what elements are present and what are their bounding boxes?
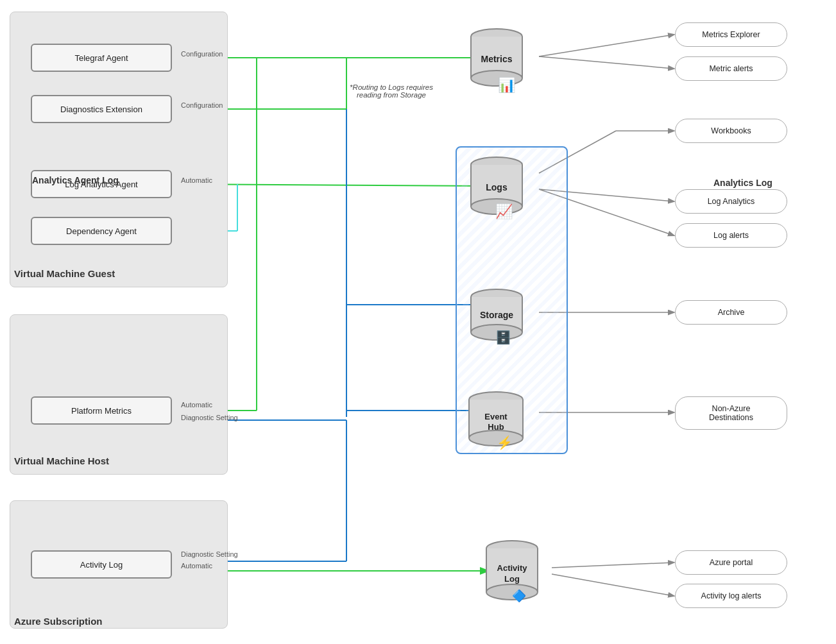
svg-line-24 [552, 563, 674, 568]
vm-guest-label: Virtual Machine Guest [14, 268, 115, 279]
azure-sub-label: Azure Subscription [14, 616, 103, 627]
svg-text:Logs: Logs [486, 182, 508, 192]
svg-line-17 [539, 56, 674, 69]
log-alerts-dest: Log alerts [675, 223, 787, 248]
diag-setting-label-1: Diagnostic Setting [181, 414, 238, 421]
non-azure-dest: Non-AzureDestinations [675, 396, 787, 430]
svg-text:Event: Event [484, 412, 508, 421]
diagram-container: Virtual Machine Guest Virtual Machine Ho… [0, 0, 836, 644]
workbooks-dest: Workbooks [675, 119, 787, 143]
svg-text:Log: Log [504, 574, 520, 584]
diag-setting-label-2: Diagnostic Setting [181, 550, 238, 558]
diagnostics-ext-box: Diagnostics Extension [31, 95, 172, 123]
activity-log-alerts-dest: Activity log alerts [675, 584, 787, 608]
analytics-agent-log-label: Analytics Agent Log [32, 175, 119, 185]
telegraf-agent-box: Telegraf Agent [31, 44, 172, 72]
svg-text:Activity: Activity [497, 563, 528, 573]
storage-cylinder: Storage 🗄️ [465, 287, 529, 353]
activitylog-cylinder: Activity Log 🔷 [480, 539, 544, 614]
dependency-agent-box: Dependency Agent [31, 217, 172, 245]
metric-alerts-dest: Metric alerts [675, 56, 787, 81]
vm-host-label: Virtual Machine Host [14, 455, 109, 466]
archive-dest: Archive [675, 300, 787, 325]
config-label-2: Configuration [181, 101, 223, 109]
azure-portal-dest: Azure portal [675, 550, 787, 575]
vm-host-section [10, 314, 228, 475]
automatic-label-1: Automatic [181, 176, 212, 184]
metrics-cylinder: Metrics 📊 [465, 27, 529, 99]
activity-log-box: Activity Log [31, 550, 172, 579]
svg-line-16 [539, 35, 674, 56]
metrics-explorer-dest: Metrics Explorer [675, 22, 787, 47]
automatic-label-2: Automatic [181, 401, 212, 409]
svg-line-25 [552, 574, 674, 596]
logs-cylinder: Logs 📈 [465, 155, 529, 228]
routing-note: *Routing to Logs requiresreading from St… [334, 83, 449, 99]
config-label-1: Configuration [181, 50, 223, 58]
log-analytics-dest: Log Analytics [675, 189, 787, 214]
svg-text:Hub: Hub [488, 422, 504, 432]
analytics-log-label: Analytics Log [713, 178, 772, 188]
eventhub-cylinder: Event Hub ⚡ [461, 390, 531, 462]
svg-text:Metrics: Metrics [481, 54, 512, 64]
svg-point-48 [469, 430, 523, 446]
svg-text:Storage: Storage [480, 310, 513, 320]
platform-metrics-box: Platform Metrics [31, 396, 172, 425]
automatic-label-3: Automatic [181, 562, 212, 570]
